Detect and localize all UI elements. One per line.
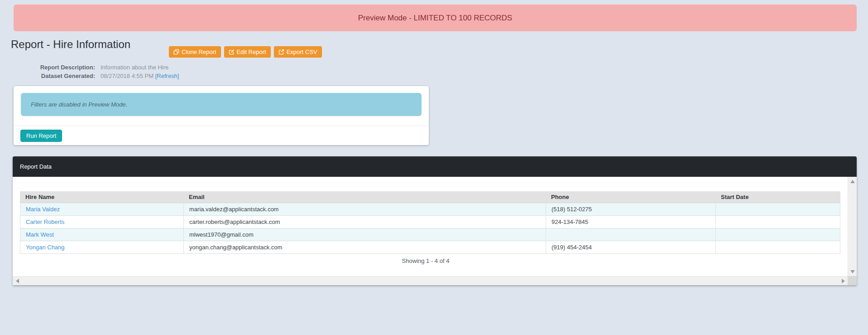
dataset-generated-label: Dataset Generated: (36, 72, 95, 80)
edit-report-button[interactable]: Edit Report (224, 46, 271, 58)
report-data-header: Report Data (13, 156, 857, 177)
dataset-generated-value: 08/27/2018 4:55 PM [Refresh] (101, 72, 179, 80)
page-title: Report - Hire Information (11, 38, 130, 51)
table-header-row: Hire Name Email Phone Start Date (20, 191, 840, 203)
run-report-button[interactable]: Run Report (20, 130, 62, 142)
pagination-status: Showing 1 - 4 of 4 (13, 257, 839, 264)
hire-name-link[interactable]: Mark West (26, 231, 54, 238)
phone-cell: 924-134-7845 (546, 216, 715, 228)
report-description-value: Information about the Hire (101, 63, 168, 72)
column-header-phone: Phone (546, 191, 715, 203)
column-header-start-date: Start Date (715, 191, 840, 203)
filters-card: Filters are disabled in Preview Mode. Ru… (14, 86, 429, 145)
report-data-title: Report Data (20, 163, 52, 170)
hire-name-link[interactable]: Yongan Chang (26, 244, 65, 251)
report-meta: Report Description: Information about th… (36, 63, 179, 80)
edit-report-label: Edit Report (237, 49, 266, 55)
clone-report-label: Clone Report (182, 49, 216, 55)
report-toolbar: Clone Report Edit Report Export CSV (169, 46, 322, 58)
arrow-left-icon (16, 279, 19, 283)
column-header-hire-name: Hire Name (20, 191, 183, 203)
export-csv-label: Export CSV (287, 49, 317, 55)
scroll-left-button[interactable] (13, 277, 22, 286)
vertical-scrollbar[interactable] (848, 177, 857, 276)
export-icon (278, 49, 284, 55)
hire-name-link[interactable]: Carter Roberts (26, 218, 64, 225)
filters-disabled-text: Filters are disabled in Preview Mode. (31, 101, 127, 108)
card-divider (14, 126, 429, 126)
refresh-link[interactable]: [Refresh] (155, 73, 179, 79)
report-data-body: Hire Name Email Phone Start Date Maria V… (13, 177, 857, 276)
column-header-email: Email (183, 191, 546, 203)
report-table: Hire Name Email Phone Start Date Maria V… (20, 191, 840, 254)
export-csv-button[interactable]: Export CSV (274, 46, 322, 58)
edit-icon (229, 49, 235, 55)
scrollbar-corner (848, 276, 857, 285)
email-cell: mlwest1970@gmail.com (183, 228, 546, 241)
arrow-up-icon (850, 180, 855, 183)
preview-mode-banner-text: Preview Mode - LIMITED TO 100 RECORDS (358, 14, 512, 23)
horizontal-scrollbar[interactable] (13, 276, 848, 285)
phone-cell (546, 228, 715, 241)
hire-name-link[interactable]: Maria Valdez (26, 206, 60, 213)
table-row: Yongan Chang yongan.chang@applicantstack… (20, 241, 840, 254)
phone-cell: (919) 454-2454 (546, 241, 715, 253)
report-description-label: Report Description: (36, 63, 95, 72)
dataset-generated-row: Dataset Generated: 08/27/2018 4:55 PM [R… (36, 72, 179, 80)
clone-icon (173, 49, 179, 55)
email-cell: maria.valdez@applicantstack.com (183, 203, 546, 215)
arrow-right-icon (842, 279, 845, 283)
start-date-cell (715, 228, 840, 241)
start-date-cell (715, 203, 840, 215)
table-row: Mark West mlwest1970@gmail.com (20, 228, 840, 241)
filters-disabled-notice: Filters are disabled in Preview Mode. (21, 93, 422, 116)
email-cell: carter.roberts@applicantstack.com (183, 216, 546, 228)
start-date-cell (715, 241, 840, 253)
report-description-row: Report Description: Information about th… (36, 63, 179, 72)
phone-cell: (518) 512-0275 (546, 203, 715, 215)
clone-report-button[interactable]: Clone Report (169, 46, 221, 58)
table-row: Maria Valdez maria.valdez@applicantstack… (20, 203, 840, 216)
arrow-down-icon (850, 270, 855, 273)
start-date-cell (715, 216, 840, 228)
scroll-up-button[interactable] (848, 177, 857, 186)
email-cell: yongan.chang@applicantstack.com (183, 241, 546, 253)
scroll-right-button[interactable] (839, 277, 848, 286)
table-row: Carter Roberts carter.roberts@applicants… (20, 216, 840, 228)
report-data-panel: Report Data Hire Name Email Phone Start … (13, 156, 857, 285)
preview-mode-banner: Preview Mode - LIMITED TO 100 RECORDS (14, 5, 857, 31)
scroll-down-button[interactable] (848, 267, 857, 276)
